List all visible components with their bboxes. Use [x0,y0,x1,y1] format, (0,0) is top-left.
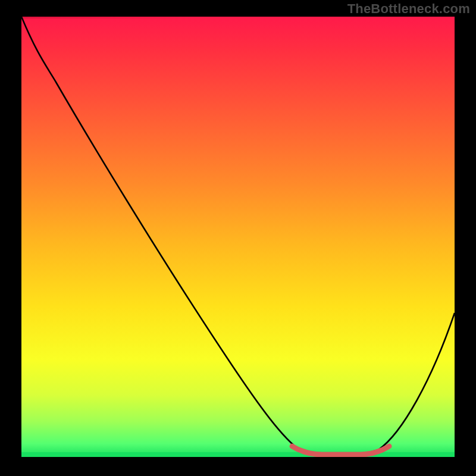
watermark-text: TheBottleneck.com [347,1,470,17]
chart-frame: TheBottleneck.com [0,0,476,476]
curve-layer [21,17,455,457]
plot-area [21,17,455,457]
bottleneck-curve [21,17,455,455]
highlight-segment-right [362,446,389,455]
highlight-segment-left [292,446,320,455]
